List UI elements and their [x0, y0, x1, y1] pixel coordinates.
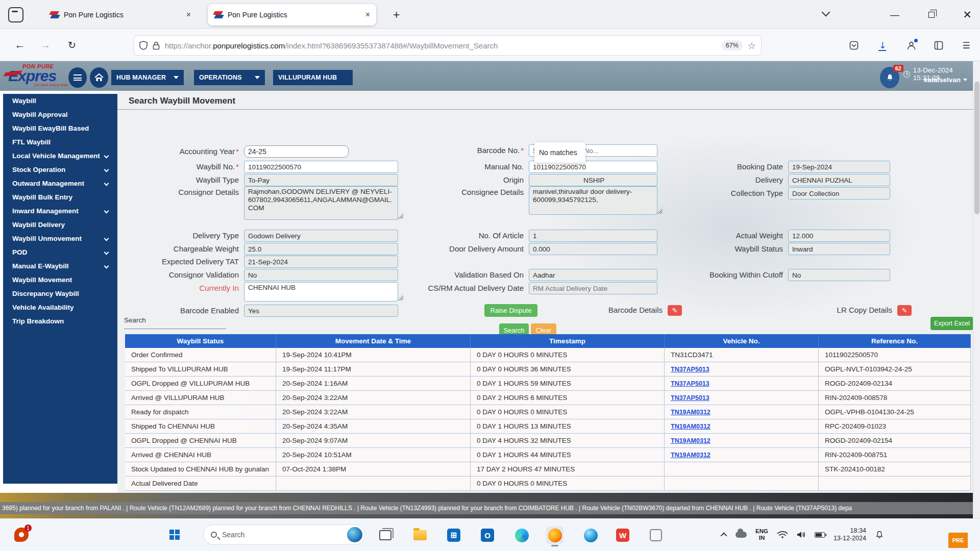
consignee-details-textarea[interactable]: manivel,thiruvallur door delivery-600099… — [529, 186, 657, 215]
microsoft-store-icon[interactable]: ⊞ — [445, 527, 462, 544]
door-delivery-amount-input[interactable] — [529, 243, 657, 255]
consignor-details-textarea[interactable]: Rajmohan,GODOWN DELIVERY @ NEYVELI-60780… — [244, 186, 398, 220]
onedrive-icon[interactable] — [736, 532, 747, 538]
task-view-icon[interactable] — [377, 527, 394, 544]
home-button[interactable] — [90, 67, 108, 88]
no-of-article-input[interactable] — [529, 230, 657, 242]
vehicle-link[interactable]: TN19AM0312 — [671, 409, 710, 416]
sidebar-item-stock-operation[interactable]: Stock Operation — [3, 163, 117, 177]
language-indicator[interactable]: ENGIN — [755, 528, 768, 541]
sidebar-item-outward-management[interactable]: Outward Management — [3, 177, 117, 190]
export-excel-button[interactable]: Export Excel — [930, 317, 973, 330]
wps-office-icon[interactable]: W — [614, 527, 631, 544]
vehicle-link[interactable]: TN19AM0312 — [671, 423, 710, 430]
battery-icon[interactable] — [815, 532, 825, 538]
consignor-validation-input[interactable] — [244, 269, 398, 281]
ponpure-logo[interactable]: PON PURE Expres On time every time — [5, 63, 70, 91]
vehicle-link[interactable]: TN37AP5013 — [671, 366, 709, 373]
lr-copy-edit-button[interactable]: ✎ — [897, 305, 912, 316]
vehicle-link[interactable]: TN37AP5013 — [671, 380, 709, 387]
waybill-type-input[interactable] — [244, 174, 398, 186]
sidebar-item-inward-management[interactable]: Inward Management — [3, 204, 117, 218]
actual-weight-input[interactable] — [788, 230, 890, 242]
booking-date-input[interactable] — [788, 161, 890, 173]
account-icon[interactable] — [904, 39, 918, 52]
sidebar-item-trip-breakdown[interactable]: Trip Breakdown — [3, 314, 117, 328]
window-minimize-button[interactable]: — — [887, 7, 902, 22]
user-menu[interactable]: kalaiselvan — [924, 76, 967, 84]
window-restore-button[interactable] — [924, 7, 939, 22]
validation-based-on-input[interactable] — [529, 269, 657, 281]
accounting-year-input[interactable] — [244, 145, 349, 158]
delivery-type-input[interactable] — [244, 230, 398, 242]
forward-button[interactable]: → — [37, 37, 54, 53]
role-select[interactable]: HUB MANAGER — [111, 70, 184, 85]
sidebar-item-waybill[interactable]: Waybill — [3, 94, 117, 108]
module-select[interactable]: OPERATIONS — [194, 70, 265, 85]
tab-pon-pure-2-active[interactable]: Pon Pure Logistics × — [208, 4, 376, 26]
collection-type-input[interactable] — [788, 187, 890, 199]
notifications-button[interactable]: 62 — [880, 67, 899, 88]
sidebar-item-waybill-delivery[interactable]: Waybill Delivery — [3, 218, 117, 232]
sidebar-item-waybill-ewaybill-based[interactable]: Waybill EwayBill Based — [3, 121, 117, 135]
delivery-input[interactable] — [788, 174, 890, 186]
back-button[interactable]: ← — [11, 37, 29, 53]
volume-icon[interactable] — [797, 531, 806, 539]
raise-dispute-button[interactable]: Raise Dispute — [484, 304, 537, 317]
origin-input[interactable] — [529, 174, 657, 186]
sidebar-item-manual-e-waybill[interactable]: Manual E-Waybill — [3, 259, 117, 273]
firefox-icon[interactable] — [546, 527, 564, 544]
alert-pin-icon[interactable]: 1 — [13, 525, 31, 544]
vehicle-link[interactable]: TN37AP5013 — [671, 394, 709, 402]
firefox-view-icon[interactable] — [8, 7, 23, 22]
list-all-tabs-icon[interactable] — [822, 8, 830, 17]
expected-delivery-tat-input[interactable] — [244, 256, 398, 268]
window-close-button[interactable]: ✕ — [960, 7, 975, 22]
sidebar-item-local-vehicle-management[interactable]: Local Vehicle Management — [3, 149, 117, 163]
vehicle-link[interactable]: TN19AM0312 — [671, 452, 710, 459]
snipping-tool-icon[interactable] — [647, 527, 665, 544]
outlook-icon[interactable]: O — [479, 527, 496, 544]
scrollbar-thumb[interactable] — [974, 82, 979, 214]
sidebar-item-waybill-bulk-entry[interactable]: Waybill Bulk Entry — [3, 190, 117, 204]
taskbar-search[interactable]: Search — [203, 524, 365, 545]
start-button[interactable] — [169, 530, 180, 540]
tab-pon-pure-1[interactable]: Pon Pure Logistics × — [44, 4, 197, 26]
barcode-details-edit-button[interactable]: ✎ — [668, 305, 682, 316]
sidebar-item-waybill-movement[interactable]: Waybill Movement — [3, 273, 117, 287]
tab-close-icon[interactable]: × — [186, 10, 191, 19]
notification-bell-icon[interactable] — [875, 530, 884, 540]
vehicle-link[interactable]: TN19AM0312 — [671, 437, 710, 444]
edge-icon[interactable] — [513, 527, 530, 544]
sidebar-item-discrepancy-waybill[interactable]: Discrepancy Waybill — [3, 287, 117, 300]
booking-within-cutoff-input[interactable] — [788, 269, 890, 281]
sidebar-item-pod[interactable]: POD — [3, 245, 117, 259]
waybill-status-input[interactable] — [788, 243, 890, 255]
downloads-icon[interactable]: ↓ — [876, 39, 889, 52]
taskbar-clock[interactable]: 18:3413-12-2024 — [834, 527, 866, 542]
menu-toggle-button[interactable] — [68, 67, 87, 88]
sidebar-item-vehicle-availability[interactable]: Vehicle Availability — [3, 300, 117, 314]
barcode-enabled-input[interactable] — [244, 305, 398, 317]
vertical-scrollbar[interactable] — [973, 61, 980, 518]
currently-in-textarea[interactable]: CHENNAI HUB — [244, 282, 398, 302]
menu-icon[interactable]: ☰ — [960, 39, 973, 52]
chargeable-weight-input[interactable] — [244, 243, 398, 255]
sidebar-icon[interactable] — [932, 39, 945, 52]
wifi-icon[interactable] — [777, 531, 788, 539]
reload-button[interactable]: ↻ — [63, 37, 81, 53]
tab-close-icon[interactable]: × — [365, 10, 370, 19]
waybill-no-input[interactable] — [244, 161, 398, 173]
sidebar-item-waybill-unmovement[interactable]: Waybill Unmovement — [3, 232, 117, 245]
new-tab-button[interactable]: + — [393, 8, 400, 22]
browser-sphere-icon[interactable] — [582, 527, 599, 544]
file-explorer-icon[interactable] — [411, 527, 429, 544]
pocket-icon[interactable] — [847, 39, 861, 52]
zoom-level-badge[interactable]: 67% — [722, 40, 743, 51]
csrm-actual-delivery-date-input[interactable] — [529, 282, 657, 294]
sidebar-item-waybill-approval[interactable]: Waybill Approval — [3, 108, 117, 121]
results-search-input[interactable]: Search — [124, 316, 146, 324]
address-field[interactable]: https://anchor.ponpurelogistics.com/inde… — [134, 36, 761, 55]
bookmark-star-icon[interactable]: ☆ — [748, 40, 756, 51]
sidebar-item-ftl-waybill[interactable]: FTL Waybill — [3, 135, 117, 149]
